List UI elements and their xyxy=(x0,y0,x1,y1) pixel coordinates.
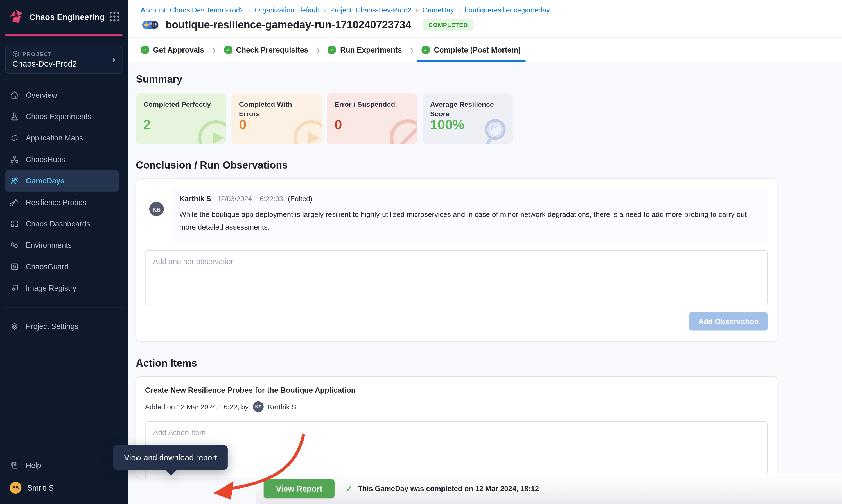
card-completed-with-errors: Completed With Errors 0 xyxy=(231,93,322,144)
observation-comment: KS Karthik S 12/03/2024, 16:22:03 (Edite… xyxy=(145,188,768,241)
tab-check-prerequisites[interactable]: ✓ Check Prerequisites xyxy=(224,38,309,62)
tab-label: Complete (Post Mortem) xyxy=(434,46,521,54)
card-average-resilience-score: Average Resilience Score 100% xyxy=(423,93,513,144)
action-item-meta: Added on 12 Mar 2024, 16:22, by KS Karth… xyxy=(145,401,768,412)
chevron-right-icon: › xyxy=(416,6,418,14)
check-circle-icon: ✓ xyxy=(328,46,336,54)
tab-complete-post-mortem[interactable]: ✓ Complete (Post Mortem) xyxy=(421,38,521,62)
action-items-card: Create New Resilience Probes for the Bou… xyxy=(136,377,777,478)
product-title: Chaos Engineering xyxy=(30,12,105,21)
sidebar-item-label: Chaos Dashboards xyxy=(26,219,90,228)
action-item-author-avatar: KS xyxy=(253,401,264,412)
sidebar-item-label: ChaosGuard xyxy=(26,263,69,271)
user-menu[interactable]: SS Smriti S xyxy=(0,476,128,500)
breadcrumb-organization[interactable]: Organization: default xyxy=(255,6,319,14)
play-icon xyxy=(293,119,322,144)
sidebar-item-application-maps[interactable]: Application Maps xyxy=(0,127,128,149)
sidebar-item-environments[interactable]: Environments xyxy=(0,235,128,256)
screen: Chaos Engineering PROJECT Chaos-Dev-Prod… xyxy=(0,0,842,504)
hexagons-icon xyxy=(10,240,19,250)
flask-icon xyxy=(10,111,19,121)
card-value: 2 xyxy=(143,117,151,132)
sidebar-item-label: ChaosHubs xyxy=(26,155,65,164)
check-circle-icon: ✓ xyxy=(224,46,232,54)
tab-label: Get Approvals xyxy=(153,46,204,54)
user-avatar: SS xyxy=(10,482,21,493)
breadcrumb-gameday[interactable]: GameDay xyxy=(423,6,454,14)
chevron-right-icon: › xyxy=(248,6,250,14)
breadcrumb-project[interactable]: Project: Chaos-Dev-Prod2 xyxy=(330,6,411,14)
user-name: Smriti S xyxy=(27,484,54,492)
comment-author: Karthik S xyxy=(179,195,211,203)
card-completed-perfectly: Completed Perfectly 2 xyxy=(136,93,226,144)
comment-edited-flag: (Edited) xyxy=(288,195,312,203)
view-report-button[interactable]: View Report xyxy=(264,479,335,498)
chevron-right-icon: › xyxy=(323,6,326,14)
sidebar-item-help[interactable]: ? Help xyxy=(0,454,128,476)
card-value: 0 xyxy=(335,117,342,132)
sidebar-item-chaos-experiments[interactable]: Chaos Experiments xyxy=(0,106,128,127)
card-value: 0 xyxy=(239,117,247,132)
play-icon xyxy=(197,119,226,144)
action-items-heading: Action Items xyxy=(136,358,777,370)
sidebar-item-resilience-probes[interactable]: Resilience Probes xyxy=(0,192,128,213)
gear-icon xyxy=(10,321,19,331)
prohibited-icon xyxy=(388,118,417,144)
project-selector[interactable]: PROJECT Chaos-Dev-Prod2 › xyxy=(5,46,122,73)
breadcrumb-run[interactable]: boutiqueresiliencegameday xyxy=(465,6,550,14)
status-badge: COMPLETED xyxy=(423,19,473,31)
add-action-item-input[interactable] xyxy=(145,421,768,478)
sidebar-item-chaosguard[interactable]: ChaosGuard xyxy=(0,256,128,277)
breadcrumb: Account: Chaos Dev Team Prod2›Organizati… xyxy=(128,0,842,14)
sidebar-item-label: Image Registry xyxy=(26,284,76,292)
project-selector-label: PROJECT xyxy=(22,51,52,57)
harness-chaos-logo-icon xyxy=(8,9,24,25)
add-observation-input[interactable] xyxy=(145,250,768,306)
cube-icon xyxy=(12,51,19,58)
sidebar-item-label: Help xyxy=(26,461,41,470)
page-content: Summary Completed Perfectly 2 Completed … xyxy=(128,62,842,504)
gamepad-icon xyxy=(141,18,160,31)
card-error-suspended: Error / Suspended 0 xyxy=(327,93,417,144)
check-icon: ✓ xyxy=(346,483,353,494)
card-label: Error / Suspended xyxy=(335,100,409,109)
breadcrumb-account[interactable]: Account: Chaos Dev Team Prod2 xyxy=(141,6,244,14)
dashboard-icon xyxy=(10,219,19,229)
brand-accent-rule xyxy=(5,34,122,36)
card-label: Average Resilience Score xyxy=(430,100,505,119)
sidebar-header: Chaos Engineering xyxy=(0,0,128,31)
svg-text:?: ? xyxy=(13,463,15,466)
tab-get-approvals[interactable]: ✓ Get Approvals xyxy=(141,38,204,62)
bottom-bar: View Report ✓ This GameDay was completed… xyxy=(256,473,842,504)
observations-heading: Conclusion / Run Observations xyxy=(136,159,777,171)
page-header: Account: Chaos Dev Team Prod2›Organizati… xyxy=(128,0,842,62)
sidebar-item-overview[interactable]: Overview xyxy=(0,84,128,106)
title-row: boutique-resilience-gameday-run-17102407… xyxy=(128,14,842,38)
help-chat-icon: ? xyxy=(10,461,19,470)
action-item-author: Karthik S xyxy=(268,403,296,411)
app-grid-menu-icon[interactable] xyxy=(110,12,119,21)
action-item-meta-prefix: Added on 12 Mar 2024, 16:22, by xyxy=(145,403,249,411)
sidebar-item-label: Environments xyxy=(26,241,72,250)
add-observation-button[interactable]: Add Observation xyxy=(689,312,768,331)
sidebar-item-chaos-dashboards[interactable]: Chaos Dashboards xyxy=(0,213,128,234)
people-icon xyxy=(10,176,19,185)
comment-box: Karthik S 12/03/2024, 16:22:03 (Edited) … xyxy=(171,188,768,241)
summary-cards: Completed Perfectly 2 Completed With Err… xyxy=(136,93,777,144)
sidebar-item-label: Overview xyxy=(26,91,57,100)
sidebar-item-chaoshubs[interactable]: ChaosHubs xyxy=(0,149,128,170)
chevron-right-icon: › xyxy=(316,42,320,58)
chevron-right-icon: › xyxy=(112,53,116,66)
sidebar: Chaos Engineering PROJECT Chaos-Dev-Prod… xyxy=(0,0,128,504)
sidebar-item-label: Application Maps xyxy=(26,134,83,142)
shield-lock-icon xyxy=(10,262,19,271)
sidebar-item-label: Project Settings xyxy=(26,322,78,331)
sidebar-item-gamedays[interactable]: GameDays xyxy=(5,170,119,191)
sidebar-item-project-settings[interactable]: Project Settings xyxy=(0,316,128,337)
summary-heading: Summary xyxy=(136,74,777,85)
action-item-title: Create New Resilience Probes for the Bou… xyxy=(145,386,768,395)
comment-body: While the boutique app deployment is lar… xyxy=(179,208,759,233)
sidebar-item-image-registry[interactable]: Image Registry xyxy=(0,277,128,299)
sidebar-nav: Overview Chaos Experiments Application M… xyxy=(0,84,128,337)
tab-run-experiments[interactable]: ✓ Run Experiments xyxy=(328,38,402,62)
